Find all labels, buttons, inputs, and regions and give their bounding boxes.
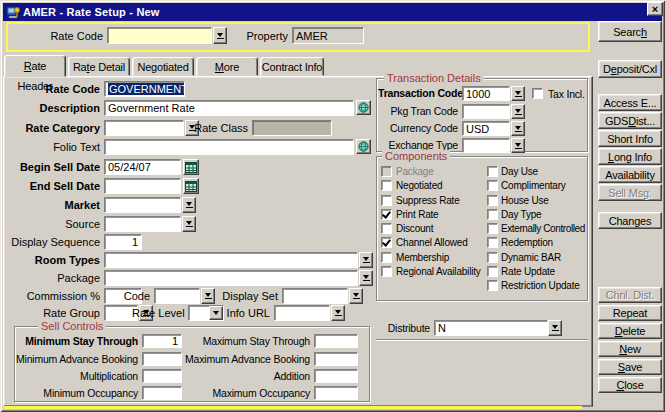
multiplication-input[interactable]: [142, 369, 182, 383]
tab-contract-info[interactable]: Contract Info: [260, 57, 324, 76]
search-button[interactable]: Search: [598, 21, 662, 42]
source-dropdown-button[interactable]: [182, 216, 196, 232]
tab-negotiated[interactable]: Negotiated: [132, 57, 194, 76]
checkbox-complimentary[interactable]: [487, 180, 498, 191]
exchange-type-input[interactable]: [462, 138, 510, 153]
description-translate-button[interactable]: [356, 100, 371, 115]
tab-rate-detail[interactable]: Rate Detail: [68, 57, 130, 76]
end-sell-date-input[interactable]: [104, 178, 181, 194]
rate-level-combo-arrow-button[interactable]: [209, 306, 223, 320]
end-sell-date-calendar-button[interactable]: [183, 178, 199, 194]
rate-code-input[interactable]: GOVERNMENT: [104, 81, 185, 97]
checkbox-restriction-update[interactable]: [487, 280, 498, 291]
repeat-button[interactable]: Repeat: [598, 305, 662, 321]
checkbox-suppress-rate-label: Suppress Rate: [396, 195, 460, 207]
max-advance-booking-label: Maximum Advance Booking: [180, 352, 310, 366]
package-input[interactable]: [104, 270, 358, 286]
checkbox-rate-update-label: Rate Update: [501, 266, 555, 278]
folio-text-input[interactable]: [104, 139, 354, 155]
min-advance-booking-input[interactable]: [142, 352, 182, 366]
delete-button[interactable]: Delete: [598, 323, 662, 339]
commission-code-input[interactable]: [154, 288, 200, 304]
checkbox-print-rate[interactable]: [381, 209, 392, 220]
rate-category-input[interactable]: [104, 120, 184, 136]
checkbox-regional-availability-label: Regional Availability: [396, 266, 481, 278]
max-occupancy-input[interactable]: [314, 386, 358, 400]
checkbox-redemption[interactable]: [487, 237, 498, 248]
tab-rate-header[interactable]: Rate Header: [4, 55, 66, 77]
display-set-input[interactable]: [282, 288, 348, 304]
pkg-tran-code-dropdown-button[interactable]: [511, 104, 525, 119]
display-sequence-label: Display Sequence: [0, 234, 100, 250]
description-input[interactable]: Government Rate: [104, 100, 354, 116]
source-input[interactable]: [104, 216, 181, 232]
addition-input[interactable]: [314, 369, 358, 383]
checkbox-print-rate-label: Print Rate: [396, 209, 438, 221]
tax-incl-label: Tax Incl.: [548, 88, 588, 100]
display-sequence-input[interactable]: 1: [104, 234, 142, 250]
checkbox-discount[interactable]: [381, 223, 392, 234]
checkbox-externally-controlled[interactable]: [487, 223, 498, 234]
checkbox-regional-availability[interactable]: [381, 266, 392, 277]
pkg-tran-code-input[interactable]: [462, 104, 510, 119]
market-dropdown-button[interactable]: [182, 197, 196, 213]
info-url-input[interactable]: [274, 305, 330, 321]
deposit-cxl-button[interactable]: Deposit/Cxl: [598, 60, 662, 78]
changes-button[interactable]: Changes: [598, 212, 662, 229]
begin-sell-date-input[interactable]: 05/24/07: [104, 159, 181, 175]
checkbox-channel-allowed[interactable]: [381, 237, 392, 248]
pkg-tran-code-label: Pkg Tran Code: [378, 104, 458, 119]
rate-level-label: Rate Level: [132, 305, 184, 321]
max-stay-through-input[interactable]: [314, 334, 358, 348]
checkbox-house-use[interactable]: [487, 195, 498, 206]
transaction-code-dropdown-button[interactable]: [511, 86, 525, 101]
long-info-button[interactable]: Long Info: [598, 148, 662, 165]
addition-label: Addition: [180, 369, 310, 383]
distribute-dropdown-button[interactable]: [548, 320, 562, 336]
checkbox-day-use[interactable]: [487, 166, 498, 177]
short-info-button[interactable]: Short Info: [598, 130, 662, 147]
close-button[interactable]: Close: [598, 377, 662, 393]
info-url-dropdown-button[interactable]: [331, 305, 345, 321]
gds-dist-button[interactable]: GDS Dist...: [598, 112, 662, 129]
new-button[interactable]: New: [598, 341, 662, 357]
title-bar[interactable]: AMER - Rate Setup - New: [3, 3, 662, 21]
min-advance-booking-label: Minimum Advance Booking: [10, 352, 138, 366]
checkbox-suppress-rate[interactable]: [381, 195, 392, 206]
begin-sell-date-calendar-button[interactable]: [183, 159, 199, 175]
rate-group-label: Rate Group: [0, 305, 100, 321]
save-button[interactable]: Save: [598, 359, 662, 375]
room-types-dropdown-button[interactable]: [359, 252, 373, 268]
min-occupancy-input[interactable]: [142, 386, 182, 400]
close-icon[interactable]: ×: [647, 2, 663, 16]
checkbox-membership[interactable]: [381, 252, 392, 263]
room-types-input[interactable]: [104, 252, 358, 268]
tax-incl-checkbox[interactable]: [532, 88, 543, 99]
checkbox-day-type[interactable]: [487, 209, 498, 220]
availability-button[interactable]: Availability: [598, 166, 662, 183]
checkbox-dynamic-bar[interactable]: [487, 252, 498, 263]
checkbox-day-type-label: Day Type: [501, 209, 541, 221]
max-advance-booking-input[interactable]: [314, 352, 358, 366]
display-set-label: Display Set: [222, 288, 278, 304]
market-input[interactable]: [104, 197, 181, 213]
currency-code-dropdown-button[interactable]: [511, 121, 525, 136]
tab-more[interactable]: More: [196, 57, 258, 76]
currency-code-input[interactable]: USD: [462, 121, 510, 136]
commission-code-dropdown-button[interactable]: [201, 288, 215, 304]
access-exceptions-button[interactable]: Access E...: [598, 94, 662, 111]
header-rate-code-input[interactable]: [107, 27, 212, 44]
folio-text-translate-button[interactable]: [356, 139, 371, 154]
selected-text: GOVERNMENT: [108, 83, 185, 95]
exchange-type-dropdown-button[interactable]: [511, 138, 525, 153]
checkbox-rate-update[interactable]: [487, 266, 498, 277]
checkbox-discount-label: Discount: [396, 223, 433, 235]
min-stay-through-input[interactable]: 1: [142, 334, 182, 348]
distribute-input[interactable]: N: [434, 320, 548, 336]
transaction-code-input[interactable]: 1000: [462, 86, 510, 101]
checkbox-negotiated[interactable]: [381, 180, 392, 191]
rate-category-label: Rate Category: [0, 120, 100, 136]
package-dropdown-button[interactable]: [359, 270, 373, 286]
max-occupancy-label: Maximum Occupancy: [180, 386, 310, 400]
display-set-dropdown-button[interactable]: [349, 288, 363, 304]
